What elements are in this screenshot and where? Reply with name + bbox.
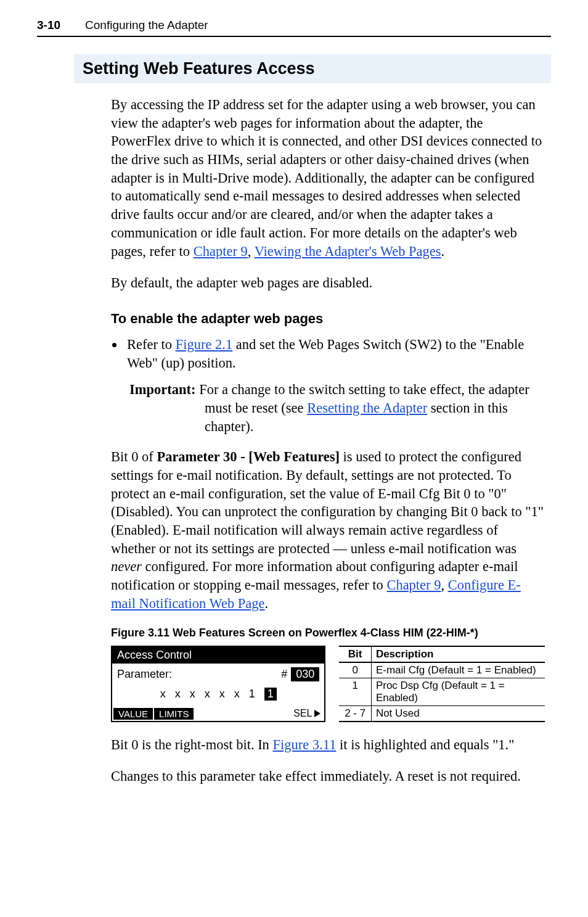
table-row: 1 Proc Dsp Cfg (Default = 1 = Enabled) (339, 678, 545, 705)
him-screen: Access Control Parameter: # 030 x x x x … (111, 646, 325, 722)
link-chapter9-b[interactable]: Chapter 9 (386, 577, 441, 593)
link-figure-3-11[interactable]: Figure 3.11 (273, 737, 337, 752)
never-italic: never (111, 559, 142, 574)
intro-paragraph-2: By default, the adapter web pages are di… (111, 274, 545, 292)
bit-description-table: Bit Description 0 E-mail Cfg (Default = … (339, 646, 545, 722)
intro-paragraph-1: By accessing the IP address set for the … (111, 96, 545, 260)
link-figure-2-1[interactable]: Figure 2.1 (176, 337, 233, 352)
chapter-title: Configuring the Adapter (85, 19, 208, 32)
figure-caption: Figure 3.11 Web Features Screen on Power… (111, 627, 545, 639)
table-row: 0 E-mail Cfg (Default = 1 = Enabled) (339, 662, 545, 678)
bit0-highlight: 1 (264, 688, 277, 701)
param-label: Parameter: (117, 668, 172, 681)
table-row: 2 - 7 Not Used (339, 705, 545, 722)
tail-paragraph-1: Bit 0 is the right-most bit. In Figure 3… (111, 736, 545, 754)
link-chapter9[interactable]: Chapter 9 (194, 244, 248, 259)
him-title: Access Control (112, 647, 324, 664)
enable-heading: To enable the adapter web pages (111, 311, 545, 327)
him-limits-button[interactable]: LIMITS (154, 708, 194, 720)
param-number-highlight: 030 (291, 667, 319, 681)
running-header: 3-10 Configuring the Adapter (37, 19, 551, 37)
bit0-paragraph: Bit 0 of Parameter 30 - [Web Features] i… (111, 448, 545, 612)
bits-row: x x x x x x 1 1 (117, 688, 319, 701)
important-label: Important: (129, 382, 196, 397)
link-resetting-adapter[interactable]: Resetting the Adapter (307, 400, 427, 416)
important-note: Important: For a change to the switch se… (129, 380, 545, 435)
link-viewing-web-pages[interactable]: Viewing the Adapter's Web Pages (255, 244, 441, 259)
col-bit-header: Bit (339, 646, 371, 662)
him-value-button[interactable]: VALUE (113, 708, 153, 720)
him-sel-label: SEL (293, 708, 312, 719)
section-heading: Setting Web Features Access (74, 54, 551, 83)
chevron-right-icon[interactable] (314, 710, 321, 717)
tail-paragraph-2: Changes to this parameter take effect im… (111, 767, 545, 786)
param-hash: # (281, 668, 287, 681)
col-desc-header: Description (371, 646, 545, 662)
page-number: 3-10 (37, 19, 60, 32)
figure-row: Access Control Parameter: # 030 x x x x … (111, 646, 545, 722)
enable-bullet: Refer to Figure 2.1 and set the Web Page… (125, 335, 545, 372)
param30-bold: Parameter 30 - [Web Features] (157, 449, 340, 464)
